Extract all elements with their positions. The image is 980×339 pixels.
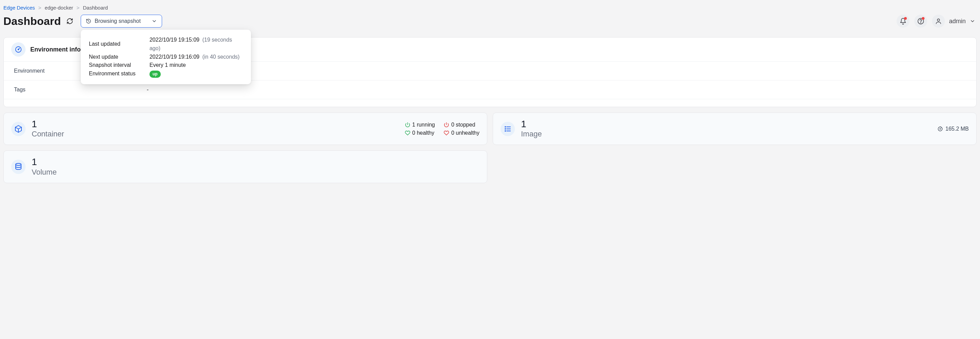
images-card[interactable]: 1 Image 165.2 MB xyxy=(493,112,977,145)
tags-value: - xyxy=(147,86,966,93)
svg-point-12 xyxy=(939,128,940,129)
containers-count: 1 xyxy=(32,119,64,129)
database-icon xyxy=(11,160,25,174)
browsing-snapshot-label: Browsing snapshot xyxy=(95,18,141,24)
breadcrumb-sep-icon: > xyxy=(76,5,80,11)
next-update-relative: (in 40 seconds) xyxy=(202,54,239,60)
svg-point-9 xyxy=(505,131,506,131)
containers-healthy: 0 healthy xyxy=(412,130,434,136)
notifications-button[interactable] xyxy=(897,15,910,28)
environment-status-label: Environment status xyxy=(89,70,147,78)
svg-point-4 xyxy=(18,49,19,50)
svg-point-1 xyxy=(920,22,921,23)
breadcrumb-root[interactable]: Edge Devices xyxy=(3,5,35,11)
containers-label: Container xyxy=(32,130,64,139)
environment-value: .0 xyxy=(147,68,966,74)
list-icon xyxy=(501,122,515,136)
gauge-icon xyxy=(11,42,25,57)
next-update-value: 2022/10/19 19:16:09 xyxy=(150,54,200,60)
svg-point-5 xyxy=(505,126,506,127)
containers-stopped: 0 stopped xyxy=(451,122,475,128)
page-title: Dashboard xyxy=(3,15,61,28)
power-icon xyxy=(405,122,410,128)
tags-label: Tags xyxy=(14,86,147,93)
power-icon xyxy=(444,122,449,128)
help-dot-icon xyxy=(922,17,924,20)
svg-point-2 xyxy=(937,19,940,21)
notification-dot-icon xyxy=(904,17,907,20)
user-icon xyxy=(935,18,942,24)
breadcrumb-mid: edge-docker xyxy=(45,5,73,11)
status-badge: up xyxy=(150,70,161,78)
heart-icon xyxy=(405,130,410,136)
images-label: Image xyxy=(521,130,542,139)
next-update-label: Next update xyxy=(89,53,147,61)
containers-card[interactable]: 1 Container 1 running 0 stopped 0 health… xyxy=(3,112,487,145)
images-count: 1 xyxy=(521,119,542,129)
breadcrumb-current: Dashboard xyxy=(83,5,108,11)
history-icon xyxy=(86,18,91,24)
volumes-card[interactable]: 1 Volume xyxy=(3,150,487,183)
containers-running: 1 running xyxy=(412,122,435,128)
box-icon xyxy=(11,122,25,136)
help-button[interactable] xyxy=(914,15,927,28)
browsing-snapshot-button[interactable]: Browsing snapshot xyxy=(81,15,162,28)
breadcrumb-sep-icon: > xyxy=(38,5,41,11)
svg-point-13 xyxy=(16,163,21,165)
last-updated-value: 2022/10/19 19:15:09 xyxy=(150,37,200,43)
volumes-count: 1 xyxy=(32,157,57,167)
disk-icon xyxy=(937,126,943,132)
svg-point-7 xyxy=(505,129,506,129)
refresh-icon xyxy=(67,18,73,24)
containers-unhealthy: 0 unhealthy xyxy=(451,130,479,136)
breadcrumb: Edge Devices > edge-docker > Dashboard xyxy=(3,3,977,13)
images-size: 165.2 MB xyxy=(946,126,969,132)
chevron-down-icon xyxy=(151,18,157,24)
snapshot-interval-label: Snapshot interval xyxy=(89,61,147,70)
volumes-label: Volume xyxy=(32,168,57,177)
snapshot-interval-value: Every 1 minute xyxy=(150,61,243,70)
chevron-down-icon xyxy=(970,18,975,24)
user-menu[interactable]: admin xyxy=(932,15,977,28)
refresh-button[interactable] xyxy=(65,16,75,26)
environment-info-title: Environment info xyxy=(30,46,81,53)
snapshot-popover: Last updated 2022/10/19 19:15:09 (19 sec… xyxy=(81,30,251,84)
last-updated-label: Last updated xyxy=(89,40,147,48)
user-name: admin xyxy=(949,18,966,25)
heart-icon xyxy=(444,130,449,136)
